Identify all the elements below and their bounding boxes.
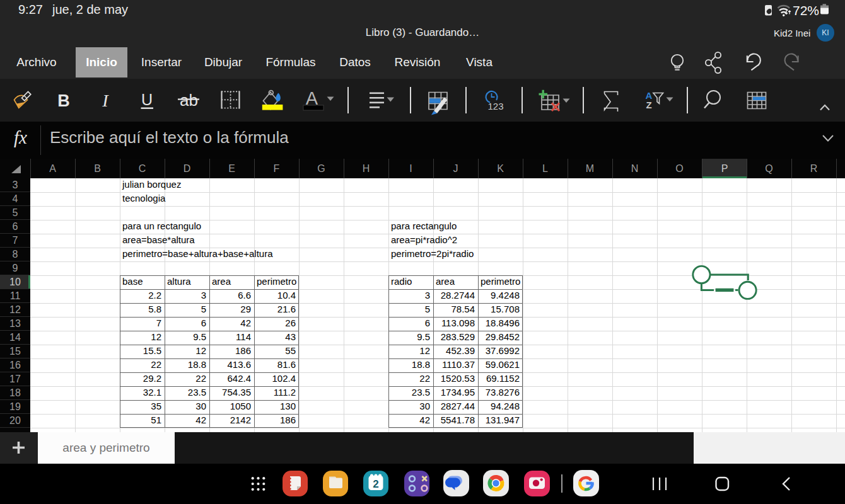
svg-text:72%: 72% [793,3,819,18]
svg-text:B: B [57,91,70,110]
svg-text:ab: ab [180,91,198,110]
svg-text:U: U [141,91,153,108]
svg-text:I: I [102,91,109,110]
svg-text:123: 123 [487,101,503,112]
svg-text:Z: Z [646,100,651,110]
svg-text:2: 2 [373,478,378,490]
